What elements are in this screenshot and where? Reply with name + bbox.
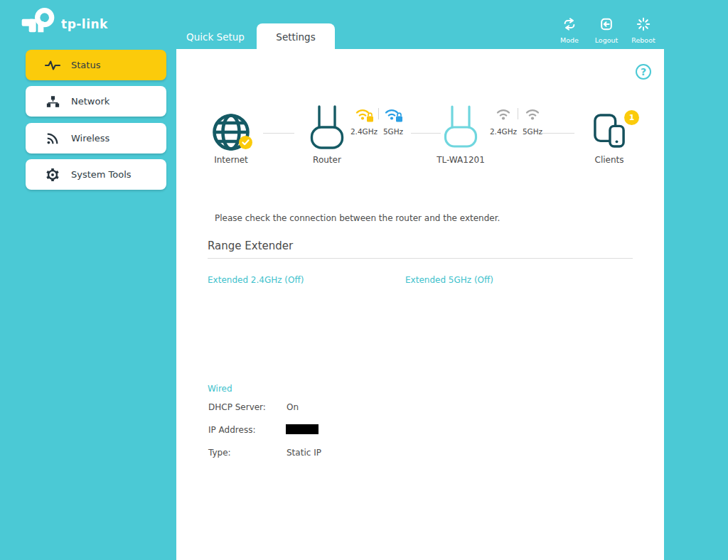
router-label: Router <box>299 155 355 165</box>
check-icon <box>242 139 250 146</box>
extender-icon[interactable] <box>444 104 478 154</box>
sidebar-item-system-tools[interactable]: System Tools <box>26 159 166 190</box>
reboot-icon <box>636 17 651 34</box>
ip-address-value-redacted <box>286 424 318 434</box>
router-band-24ghz: 2.4GHz <box>350 107 378 136</box>
router-bands: 2.4GHz <box>350 107 407 136</box>
reboot-button[interactable]: Reboot <box>625 17 662 44</box>
wireless-icon <box>45 132 60 145</box>
extender-band-5ghz: 5GHz <box>518 107 547 136</box>
dhcp-server-value: On <box>287 402 299 412</box>
pulse-icon <box>45 60 60 71</box>
connector-line <box>542 133 574 134</box>
logout-button[interactable]: Logout <box>588 17 625 44</box>
mode-button[interactable]: Mode <box>551 17 588 44</box>
network-topology: Internet Router <box>176 49 664 227</box>
type-label: Type: <box>208 448 231 458</box>
logo-text: tp-link <box>61 17 108 31</box>
header-actions: Mode Logout <box>551 17 662 44</box>
sidebar-item-network[interactable]: Network <box>26 86 166 117</box>
wired-link[interactable]: Wired <box>208 384 232 394</box>
gear-icon <box>45 168 60 181</box>
mode-icon <box>562 17 577 34</box>
extender-label: TL-WA1201 <box>427 155 495 165</box>
connector-line <box>411 133 441 134</box>
wifi-24ghz-off-icon <box>495 107 512 125</box>
internet-label: Internet <box>203 155 259 165</box>
connector-line <box>263 133 294 134</box>
band-label: 2.4GHz <box>490 127 517 136</box>
sidebar-item-label: Network <box>71 96 109 107</box>
extended-24ghz-link[interactable]: Extended 2.4GHz (Off) <box>208 275 304 285</box>
ip-address-label: IP Address: <box>208 425 255 435</box>
network-icon <box>45 95 60 108</box>
sidebar-item-label: Status <box>71 60 100 70</box>
app-root: tp-link Quick Setup Settings Mode <box>0 0 728 560</box>
logout-icon <box>599 17 614 34</box>
logout-label: Logout <box>595 36 619 44</box>
extended-5ghz-link[interactable]: Extended 5GHz (Off) <box>405 275 493 285</box>
reboot-label: Reboot <box>631 36 655 44</box>
dhcp-server-label: DHCP Server: <box>208 402 266 412</box>
sidebar-item-status[interactable]: Status <box>26 50 166 80</box>
band-label: 5GHz <box>383 127 403 136</box>
clients-label: Clients <box>588 155 631 165</box>
tab-quick-setup[interactable]: Quick Setup <box>181 23 250 50</box>
connection-notice: Please check the connection between the … <box>215 213 500 223</box>
tp-link-logo: tp-link <box>20 6 108 42</box>
wifi-5ghz-locked-icon <box>384 107 403 125</box>
section-divider <box>208 258 633 259</box>
wifi-5ghz-off-icon <box>524 107 541 125</box>
router-icon[interactable] <box>310 104 344 154</box>
tp-link-logo-icon <box>20 6 57 42</box>
sidebar-item-wireless[interactable]: Wireless <box>26 123 166 154</box>
mode-label: Mode <box>560 36 579 44</box>
clients-count-badge: 1 <box>624 110 639 125</box>
tab-settings-label: Settings <box>276 31 315 43</box>
sidebar-item-label: System Tools <box>71 169 132 180</box>
content-panel: ? Internet <box>176 49 664 560</box>
type-value: Static IP <box>287 448 321 458</box>
tab-quick-setup-label: Quick Setup <box>186 31 245 43</box>
sidebar-item-label: Wireless <box>71 133 109 144</box>
internet-connected-badge <box>239 136 252 149</box>
extender-band-24ghz: 2.4GHz <box>489 107 518 136</box>
wifi-24ghz-locked-icon <box>355 107 374 125</box>
clients-icon[interactable] <box>594 114 625 152</box>
range-extender-title: Range Extender <box>208 239 293 252</box>
router-band-5ghz: 5GHz <box>379 107 407 136</box>
extender-bands: 2.4GHz 5GHz <box>489 107 547 136</box>
band-label: 5GHz <box>523 127 542 136</box>
tab-settings[interactable]: Settings <box>257 23 335 50</box>
band-label: 2.4GHz <box>350 127 378 136</box>
